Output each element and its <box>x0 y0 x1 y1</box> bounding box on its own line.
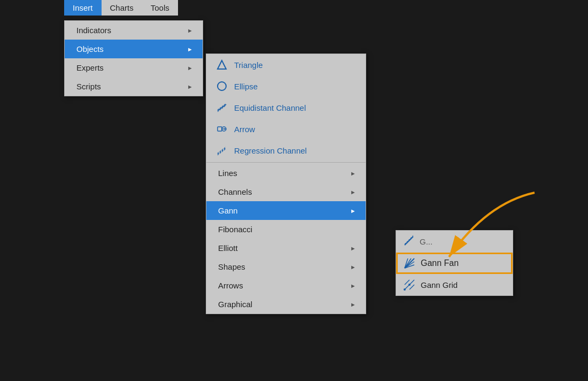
arrow-icon: ► <box>350 283 356 289</box>
svg-line-9 <box>218 148 226 154</box>
objects-fibonacci[interactable]: Fibonacci <box>206 220 366 239</box>
svg-point-22 <box>408 284 411 286</box>
objects-lines[interactable]: Lines ► <box>206 164 366 182</box>
objects-graphical[interactable]: Graphical ► <box>206 295 366 314</box>
ellipse-icon <box>216 80 228 92</box>
menu-experts[interactable]: Experts ► <box>65 58 203 77</box>
arrow-icon: ► <box>187 65 193 71</box>
menu-bar-tools[interactable]: Tools <box>142 0 178 16</box>
objects-arrow[interactable]: Arrow <box>206 118 366 140</box>
menu-scripts[interactable]: Scripts ► <box>65 77 203 96</box>
gann-fan[interactable]: Gann Fan <box>396 253 513 274</box>
menu-bar: Insert Charts Tools <box>64 0 178 16</box>
gann-dropdown: G... Gann Fan Gann Grid <box>396 230 513 296</box>
equidistant-icon <box>216 102 228 113</box>
arrow-icon: ► <box>187 46 193 52</box>
objects-equidistant[interactable]: Equidistant Channel <box>206 97 366 118</box>
objects-dropdown: Triangle Ellipse Equidistant Channel <box>206 54 366 314</box>
objects-arrows[interactable]: Arrows ► <box>206 276 366 295</box>
svg-marker-0 <box>218 60 226 69</box>
gann-line-icon <box>404 235 414 248</box>
menu-objects[interactable]: Objects ► <box>65 40 203 58</box>
menu-indicators[interactable]: Indicators ► <box>65 21 203 40</box>
arrow-icon: ► <box>187 27 193 34</box>
objects-gann[interactable]: Gann ► <box>206 201 366 220</box>
arrow-icon: ► <box>350 264 356 270</box>
svg-line-13 <box>405 235 413 244</box>
arrow-icon: ► <box>350 245 356 252</box>
svg-line-12 <box>405 237 413 245</box>
gann-grid[interactable]: Gann Grid <box>396 274 513 295</box>
objects-channels[interactable]: Channels ► <box>206 182 366 201</box>
gann-grid-icon <box>404 279 415 291</box>
svg-line-2 <box>218 104 226 111</box>
menu-bar-charts[interactable]: Charts <box>102 0 142 16</box>
arrow-icon: ► <box>350 189 356 195</box>
svg-point-23 <box>404 288 406 291</box>
objects-shapes[interactable]: Shapes ► <box>206 257 366 276</box>
triangle-icon <box>216 59 228 71</box>
arrow-icon: ► <box>350 208 356 214</box>
regression-icon <box>216 144 228 156</box>
arrow-icon: ► <box>350 170 356 177</box>
menu-bar-insert[interactable]: Insert <box>64 0 102 16</box>
svg-rect-5 <box>218 127 222 131</box>
gann-line-partial: G... <box>396 231 513 253</box>
gann-fan-icon <box>404 257 415 269</box>
objects-ellipse[interactable]: Ellipse <box>206 75 366 97</box>
objects-elliott[interactable]: Elliott ► <box>206 239 366 257</box>
divider <box>206 162 366 163</box>
objects-triangle[interactable]: Triangle <box>206 54 366 75</box>
svg-point-1 <box>218 82 226 90</box>
insert-dropdown: Indicators ► Objects ► Experts ► Scripts… <box>64 20 203 96</box>
arrow-shapes-icon <box>216 123 228 135</box>
objects-regression[interactable]: Regression Channel <box>206 140 366 161</box>
arrow-icon: ► <box>350 301 356 308</box>
arrow-icon: ► <box>187 83 193 90</box>
